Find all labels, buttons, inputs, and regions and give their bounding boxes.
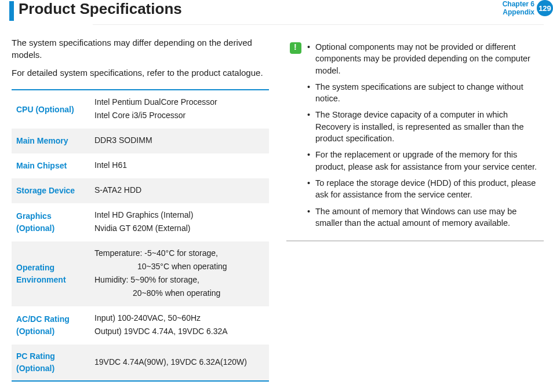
- spec-value-line: Nvidia GT 620M (External): [94, 222, 264, 235]
- chapter-label: Chapter 6 Appendix: [503, 0, 534, 17]
- spec-label: Graphics (Optional): [12, 203, 90, 241]
- spec-value-line: 19VDC 4.74A(90W), 19VDC 6.32A(120W): [94, 356, 264, 368]
- spec-label: AC/DC Rating (Optional): [12, 306, 90, 345]
- spec-value-line: Intel Core i3/i5 Processor: [94, 109, 264, 122]
- spec-row: Operating EnvironmentTemperature: -5~40°…: [12, 241, 269, 306]
- spec-value-line: S-ATA2 HDD: [94, 184, 264, 196]
- spec-value: DDR3 SODIMM: [90, 129, 269, 153]
- spec-row: Storage DeviceS-ATA2 HDD: [12, 178, 269, 203]
- spec-row: Main MemoryDDR3 SODIMM: [12, 129, 269, 153]
- intro-p1: The system specifications may differ dep…: [12, 36, 269, 61]
- intro-text: The system specifications may differ dep…: [12, 36, 269, 79]
- spec-value-line: 10~35°C when operating: [94, 261, 264, 273]
- spec-value: Intel Pentium DualCore ProcessorIntel Co…: [90, 90, 269, 129]
- page-number-badge: 129: [537, 0, 553, 16]
- spec-value-line: Input) 100-240VAC, 50~60Hz: [94, 312, 264, 324]
- spec-value: Intel HD Graphics (Internal)Nvidia GT 62…: [90, 203, 269, 241]
- spec-value-line: Intel Pentium DualCore Processor: [94, 96, 264, 108]
- intro-p2: For detailed system specifications, refe…: [12, 67, 269, 79]
- spec-row: Graphics (Optional)Intel HD Graphics (In…: [12, 203, 269, 241]
- page-title: Product Specifications: [19, 0, 503, 18]
- spec-row: Main ChipsetIntel H61: [12, 153, 269, 178]
- spec-value-line: DDR3 SODIMM: [94, 134, 264, 146]
- left-column: The system specifications may differ dep…: [12, 36, 269, 382]
- note-box: Optional components may not be provided …: [286, 36, 544, 241]
- spec-row: CPU (Optional)Intel Pentium DualCore Pro…: [12, 90, 269, 129]
- spec-value-line: Temperature: -5~40°C for storage,: [94, 247, 264, 259]
- note-list: Optional components may not be provided …: [307, 41, 540, 233]
- spec-table: CPU (Optional)Intel Pentium DualCore Pro…: [12, 89, 269, 382]
- chapter-line2: Appendix: [503, 8, 534, 16]
- spec-label: Main Chipset: [12, 153, 90, 178]
- note-item: To replace the storage device (HDD) of t…: [307, 177, 540, 201]
- spec-label: Main Memory: [12, 129, 90, 153]
- spec-value: Temperature: -5~40°C for storage,10~35°C…: [90, 241, 269, 306]
- spec-value-line: Humidity: 5~90% for storage,: [94, 274, 264, 286]
- spec-value: Intel H61: [90, 153, 269, 178]
- spec-value-line: Output) 19VDC 4.74A, 19VDC 6.32A: [94, 325, 264, 338]
- spec-value: S-ATA2 HDD: [90, 178, 269, 203]
- note-item: The amount of memory that Windows can us…: [307, 206, 540, 229]
- accent-bar: [9, 1, 14, 21]
- chapter-box: Chapter 6 Appendix 129: [503, 0, 553, 17]
- spec-label: Operating Environment: [12, 241, 90, 306]
- note-item: The system specifications are subject to…: [307, 81, 540, 105]
- spec-label: PC Rating (Optional): [12, 345, 90, 381]
- spec-value-line: 20~80% when operating: [94, 287, 264, 299]
- spec-row: AC/DC Rating (Optional)Input) 100-240VAC…: [12, 306, 269, 345]
- spec-row: PC Rating (Optional)19VDC 4.74A(90W), 19…: [12, 345, 269, 381]
- note-item: The Storage device capacity of a compute…: [307, 109, 540, 144]
- chapter-line1: Chapter 6: [503, 0, 534, 8]
- spec-label: CPU (Optional): [12, 90, 90, 129]
- content-columns: The system specifications may differ dep…: [0, 25, 553, 382]
- alert-icon: [290, 42, 301, 54]
- page-header: Product Specifications Chapter 6 Appendi…: [0, 0, 553, 21]
- spec-value: 19VDC 4.74A(90W), 19VDC 6.32A(120W): [90, 345, 269, 381]
- right-column: Optional components may not be provided …: [286, 36, 544, 382]
- note-item: Optional components may not be provided …: [307, 41, 540, 76]
- spec-value: Input) 100-240VAC, 50~60HzOutput) 19VDC …: [90, 306, 269, 345]
- spec-value-line: Intel HD Graphics (Internal): [94, 209, 264, 221]
- spec-value-line: Intel H61: [94, 159, 264, 171]
- spec-label: Storage Device: [12, 178, 90, 203]
- note-item: For the replacement or upgrade of the me…: [307, 149, 540, 173]
